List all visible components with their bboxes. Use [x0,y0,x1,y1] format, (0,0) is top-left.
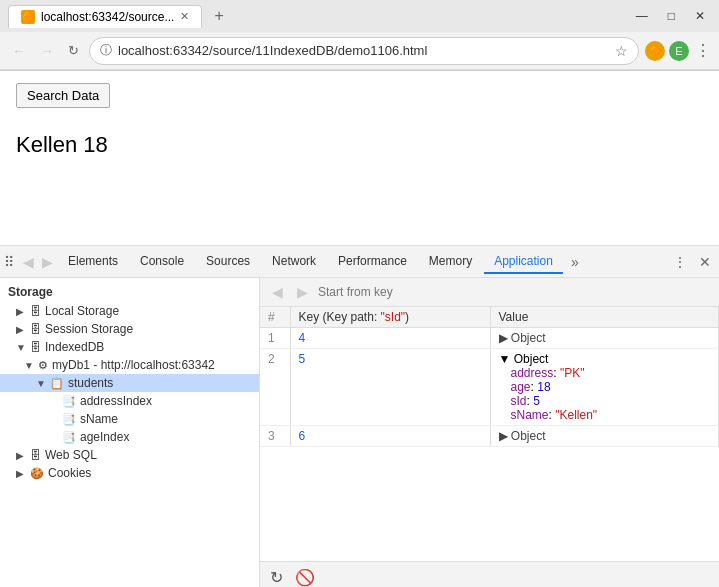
table-row: 2 5 ▼ Object address: "PK" age: 18 [260,349,719,426]
index-icon: 📑 [62,395,76,408]
index-icon: 📑 [62,413,76,426]
tab-performance[interactable]: Performance [328,250,417,274]
sidebar-item-session-storage[interactable]: ▶ 🗄 Session Storage [0,320,259,338]
index-icon: 📑 [62,431,76,444]
ext-icon-2[interactable]: E [669,41,689,61]
row-value[interactable]: ▶ Object [490,328,719,349]
arrow-icon: ▶ [16,468,26,479]
star-icon[interactable]: ☆ [615,43,628,59]
col-num-header: # [260,307,290,328]
tab-network[interactable]: Network [262,250,326,274]
sidebar-item-local-storage[interactable]: ▶ 🗄 Local Storage [0,302,259,320]
search-data-button[interactable]: Search Data [16,83,110,108]
key-value: 4 [299,331,306,345]
devtools-toolbar: ⠿ ◀ ▶ Elements Console Sources Network P… [0,246,719,278]
ext-icon-1[interactable]: 🔶 [645,41,665,61]
prop-sid: sId: 5 [499,394,711,408]
reload-button[interactable]: ↻ [64,39,83,62]
db-table: # Key (Key path: "sId") Value 1 4 [260,307,719,447]
browser-menu-icon[interactable]: ⋮ [695,41,711,60]
cookies-icon: 🍪 [30,467,44,480]
sidebar-item-indexeddb[interactable]: ▼ 🗄 IndexedDB [0,338,259,356]
row-key: 5 [290,349,490,426]
favicon-icon: 🔶 [21,10,35,24]
sidebar-item-mydb[interactable]: ▼ ⚙ myDb1 - http://localhost:63342 [0,356,259,374]
tab-console[interactable]: Console [130,250,194,274]
sidebar-local-storage-label: Local Storage [45,304,119,318]
sidebar-students-label: students [68,376,113,390]
sidebar-item-cookies[interactable]: ▶ 🍪 Cookies [0,464,259,482]
row-key: 4 [290,328,490,349]
extension-icons: 🔶 E [645,41,689,61]
key-path-value: "sId" [381,310,406,324]
storage-label: Storage [0,282,259,302]
db-icon: ⚙ [38,359,48,372]
sidebar-web-sql-label: Web SQL [45,448,97,462]
row-key: 6 [290,426,490,447]
prop-address: address: "PK" [499,366,711,380]
arrow-icon: ▶ [16,306,26,317]
col-key-header: Key (Key path: "sId") [290,307,490,328]
prop-sname: sName: "Kellen" [499,408,711,422]
local-storage-icon: 🗄 [30,305,41,317]
prev-button[interactable]: ◀ [268,282,287,302]
devtools-body: Storage ▶ 🗄 Local Storage ▶ 🗄 Session St… [0,278,719,587]
sidebar-item-sname[interactable]: 📑 sName [0,410,259,428]
sidebar-item-age-index[interactable]: 📑 ageIndex [0,428,259,446]
devtools-sidebar: Storage ▶ 🗄 Local Storage ▶ 🗄 Session St… [0,278,260,587]
tab-sources[interactable]: Sources [196,250,260,274]
devtools-actions: ⋮ ✕ [669,252,715,272]
indexeddb-icon: 🗄 [30,341,41,353]
page-content: Search Data Kellen 18 [0,71,719,246]
object-expanded[interactable]: ▼ Object [499,352,549,366]
next-button[interactable]: ▶ [293,282,312,302]
sidebar-mydb-label: myDb1 - http://localhost:63342 [52,358,215,372]
minimize-button[interactable]: — [630,7,654,25]
sidebar-sname-label: sName [80,412,118,426]
back-button[interactable]: ← [8,39,30,63]
devtools-nav-fwd[interactable]: ▶ [39,254,56,270]
sidebar-item-address-index[interactable]: 📑 addressIndex [0,392,259,410]
arrow-icon: ▼ [36,378,46,389]
tab-memory[interactable]: Memory [419,250,482,274]
more-tabs-icon[interactable]: » [567,252,583,272]
devtools: ⠿ ◀ ▶ Elements Console Sources Network P… [0,246,719,587]
forward-button[interactable]: → [36,39,58,63]
db-table-wrapper: # Key (Key path: "sId") Value 1 4 [260,307,719,561]
devtools-close-icon[interactable]: ✕ [695,252,715,272]
title-bar: 🔶 localhost:63342/source... ✕ + — □ ✕ [0,0,719,32]
key-value: 6 [299,429,306,443]
devtools-nav-back[interactable]: ◀ [20,254,37,270]
arrow-icon: ▶ [16,450,26,461]
row-value-expanded: ▼ Object address: "PK" age: 18 sId: 5 [490,349,719,426]
row-num: 1 [260,328,290,349]
nav-bar: ← → ↻ ⓘ localhost:63342/source/11Indexed… [0,32,719,70]
tab-title: localhost:63342/source... [41,10,174,24]
devtools-settings-icon[interactable]: ⋮ [669,252,691,272]
tab-elements[interactable]: Elements [58,250,128,274]
key-value: 5 [299,352,306,366]
new-tab-button[interactable]: + [210,7,227,25]
arrow-icon: ▶ [16,324,26,335]
maximize-button[interactable]: □ [662,7,681,25]
clear-button[interactable]: 🚫 [293,566,317,587]
sidebar-item-students[interactable]: ▼ 📋 students [0,374,259,392]
tab-application[interactable]: Application [484,250,563,274]
devtools-drag-icon: ⠿ [4,254,14,270]
row-value[interactable]: ▶ Object [490,426,719,447]
table-row: 3 6 ▶ Object [260,426,719,447]
page-result: Kellen 18 [16,132,703,158]
close-button[interactable]: ✕ [689,7,711,25]
address-bar[interactable]: ⓘ localhost:63342/source/11IndexedDB/dem… [89,37,639,65]
window-controls: — □ ✕ [630,7,711,25]
devtools-main: ◀ ▶ # Key (Key path: "sId") Value [260,278,719,587]
websql-icon: 🗄 [30,449,41,461]
start-from-key-input[interactable] [318,285,711,299]
prop-age: age: 18 [499,380,711,394]
sidebar-item-web-sql[interactable]: ▶ 🗄 Web SQL [0,446,259,464]
tab-close-icon[interactable]: ✕ [180,10,189,23]
table-icon: 📋 [50,377,64,390]
object-collapsed: ▶ Object [499,331,546,345]
refresh-button[interactable]: ↻ [268,566,285,587]
browser-tab[interactable]: 🔶 localhost:63342/source... ✕ [8,5,202,28]
